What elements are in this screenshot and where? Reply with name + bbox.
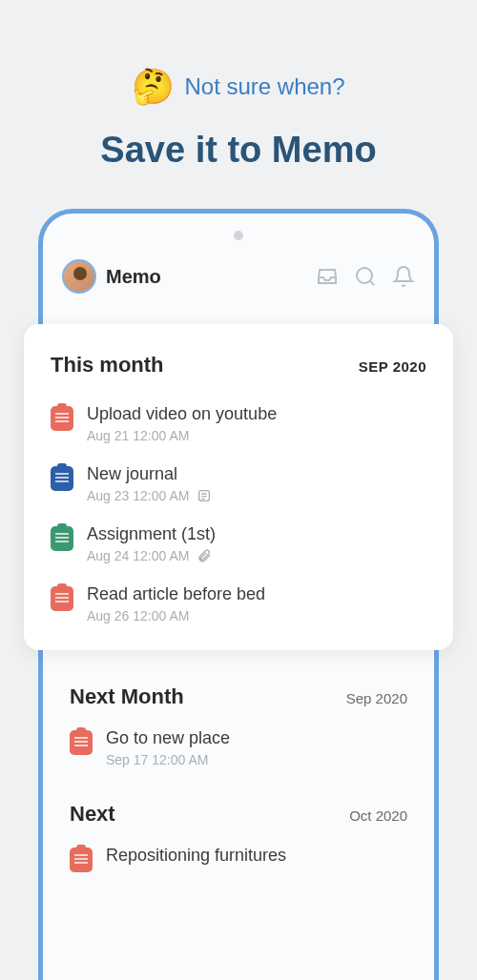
task-meta: Aug 23 12:00 AM bbox=[87, 488, 426, 503]
task-time: Aug 21 12:00 AM bbox=[87, 428, 189, 443]
section-date: Oct 2020 bbox=[349, 807, 407, 824]
task-time: Sep 17 12:00 AM bbox=[106, 752, 208, 767]
clipboard-icon bbox=[51, 586, 73, 611]
section-header: This month SEP 2020 bbox=[51, 353, 426, 378]
attachment-icon bbox=[197, 548, 212, 563]
task-row[interactable]: New journal Aug 23 12:00 AM bbox=[51, 464, 426, 503]
task-title: Upload video on youtube bbox=[87, 404, 426, 424]
app-title: Memo bbox=[106, 266, 306, 288]
task-meta: Aug 26 12:00 AM bbox=[87, 608, 426, 623]
task-row[interactable]: Assignment (1st) Aug 24 12:00 AM bbox=[51, 524, 426, 563]
task-time: Aug 23 12:00 AM bbox=[87, 488, 189, 503]
section-header: Next Month Sep 2020 bbox=[70, 684, 407, 709]
task-title: Repositioning furnitures bbox=[106, 846, 407, 866]
task-title: Go to new place bbox=[106, 728, 407, 748]
task-row[interactable]: Repositioning furnitures bbox=[70, 846, 407, 872]
task-content: Upload video on youtube Aug 21 12:00 AM bbox=[87, 404, 426, 443]
task-meta: Aug 24 12:00 AM bbox=[87, 548, 426, 563]
thinking-emoji: 🤔 bbox=[132, 67, 175, 107]
task-content: Read article before bed Aug 26 12:00 AM bbox=[87, 584, 426, 623]
inbox-icon[interactable] bbox=[316, 265, 339, 288]
bell-icon[interactable] bbox=[392, 265, 415, 288]
avatar[interactable] bbox=[62, 259, 96, 294]
task-content: Repositioning furnitures bbox=[106, 846, 407, 869]
clipboard-icon bbox=[51, 466, 73, 491]
clipboard-icon bbox=[70, 847, 93, 872]
task-content: Go to new place Sep 17 12:00 AM bbox=[106, 728, 407, 767]
task-content: Assignment (1st) Aug 24 12:00 AM bbox=[87, 524, 426, 563]
section-title: Next bbox=[70, 802, 115, 827]
clipboard-icon bbox=[51, 406, 73, 431]
header-icons bbox=[316, 265, 415, 288]
task-time: Aug 24 12:00 AM bbox=[87, 548, 189, 563]
next-section: Next Oct 2020 Repositioning furnitures bbox=[43, 767, 434, 872]
promo-subtitle: Not sure when? bbox=[184, 73, 344, 100]
note-icon bbox=[197, 488, 212, 503]
camera-dot bbox=[234, 231, 243, 240]
promo-header: 🤔 Not sure when? Save it to Memo bbox=[0, 0, 477, 209]
app-header: Memo bbox=[43, 248, 434, 313]
section-header: Next Oct 2020 bbox=[70, 802, 407, 827]
section-title: This month bbox=[51, 353, 164, 378]
task-row[interactable]: Go to new place Sep 17 12:00 AM bbox=[70, 728, 407, 767]
task-title: Assignment (1st) bbox=[87, 524, 426, 544]
section-date: SEP 2020 bbox=[359, 358, 426, 375]
phone-inner: Memo This month SEP 2020 Upload video on… bbox=[43, 231, 434, 980]
this-month-card: This month SEP 2020 Upload video on yout… bbox=[24, 324, 453, 650]
section-date: Sep 2020 bbox=[346, 690, 407, 706]
clipboard-icon bbox=[51, 526, 73, 551]
phone-frame: Memo This month SEP 2020 Upload video on… bbox=[38, 209, 439, 980]
next-month-section: Next Month Sep 2020 Go to new place Sep … bbox=[43, 650, 434, 767]
search-icon[interactable] bbox=[354, 265, 377, 288]
promo-subtitle-row: 🤔 Not sure when? bbox=[19, 67, 458, 107]
section-title: Next Month bbox=[70, 684, 184, 709]
promo-title: Save it to Memo bbox=[19, 130, 458, 171]
task-row[interactable]: Upload video on youtube Aug 21 12:00 AM bbox=[51, 404, 426, 443]
task-row[interactable]: Read article before bed Aug 26 12:00 AM bbox=[51, 584, 426, 623]
task-meta: Sep 17 12:00 AM bbox=[106, 752, 407, 767]
task-title: New journal bbox=[87, 464, 426, 484]
task-content: New journal Aug 23 12:00 AM bbox=[87, 464, 426, 503]
task-time: Aug 26 12:00 AM bbox=[87, 608, 189, 623]
task-title: Read article before bed bbox=[87, 584, 426, 604]
task-meta: Aug 21 12:00 AM bbox=[87, 428, 426, 443]
clipboard-icon bbox=[70, 730, 93, 755]
svg-point-0 bbox=[357, 268, 372, 283]
